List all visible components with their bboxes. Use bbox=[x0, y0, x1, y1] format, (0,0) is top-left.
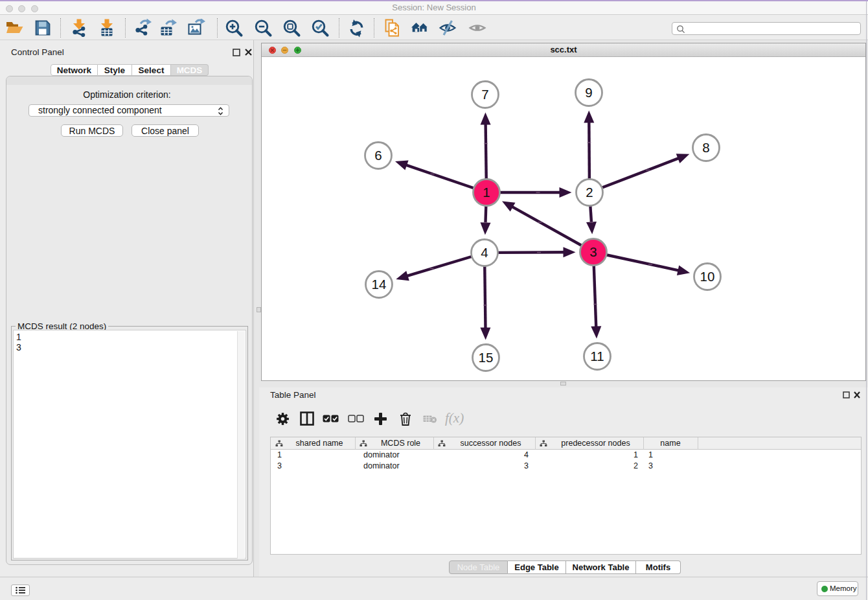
svg-text:1: 1 bbox=[483, 185, 490, 200]
svg-text:2: 2 bbox=[586, 185, 593, 200]
svg-text:14: 14 bbox=[372, 277, 387, 292]
svg-text:3: 3 bbox=[589, 244, 597, 259]
svg-text:9: 9 bbox=[585, 85, 592, 100]
svg-text:7: 7 bbox=[481, 87, 488, 102]
svg-text:15: 15 bbox=[479, 350, 494, 365]
svg-text:10: 10 bbox=[700, 269, 715, 284]
svg-text:4: 4 bbox=[481, 245, 488, 260]
svg-text:6: 6 bbox=[374, 148, 382, 163]
svg-text:11: 11 bbox=[590, 349, 604, 363]
svg-text:8: 8 bbox=[702, 140, 709, 155]
